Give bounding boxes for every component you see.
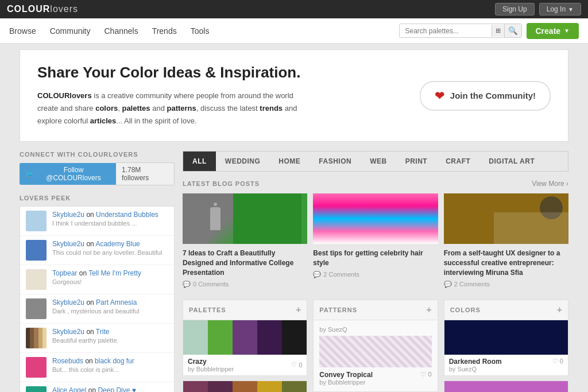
swatch — [208, 381, 233, 392]
lovers-peek-heading: LOVERS PEEK — [20, 195, 175, 201]
nav-channels[interactable]: Channels — [104, 26, 138, 36]
main-nav: Browse Community Channels Trends Tools ⊞… — [0, 18, 588, 44]
swatch — [183, 381, 208, 392]
peek-item-link[interactable]: Understand Bubbles — [96, 211, 158, 219]
patterns-add-button[interactable]: + — [426, 305, 431, 315]
peek-item-link[interactable]: black dog fur — [95, 357, 134, 365]
hero-text: Share Your Color Ideas & Inspiration. CO… — [37, 64, 313, 127]
heart-icon: ♡ — [291, 361, 297, 368]
tab-web[interactable]: WEB — [361, 152, 396, 171]
pattern-card[interactable]: by SuezQ Convey Tropical by Bubbletrippe… — [313, 320, 438, 392]
search-button[interactable]: 🔍 — [504, 24, 521, 37]
comment-icon: 💬 — [183, 281, 191, 288]
followers-count: 1.78M followers — [116, 162, 175, 185]
palette-info: Crazy by Bubbletripper ♡ 0 — [183, 355, 307, 375]
colors-column: COLORS + Darkened Room by SuezQ ♡ 0 — [444, 300, 568, 392]
blog-title-2: Best tips for getting celebrity hair sty… — [313, 249, 438, 268]
twitter-follow-button[interactable]: 🐦 Follow @COLOURlovers — [20, 163, 116, 185]
peek-text: Topbear on Tell Me I'm Pretty Gorgeous! — [52, 269, 141, 285]
page: Share Your Color Ideas & Inspiration. CO… — [13, 44, 575, 392]
blog-comments-1: 💬 0 Comments — [183, 281, 307, 288]
blog-card-2[interactable]: Best tips for getting celebrity hair sty… — [313, 193, 438, 288]
blog-comments-3: 💬 2 Comments — [444, 281, 568, 288]
color-card[interactable] — [444, 381, 568, 392]
tab-print[interactable]: PRINT — [396, 152, 437, 171]
list-item: Rosebuds on black dog fur But... this co… — [20, 353, 174, 382]
peek-subtitle: This could not be any lovelIer. Beautifu… — [52, 249, 162, 256]
pattern-preview — [319, 336, 431, 367]
color-info: Darkened Room by SuezQ ♡ 0 — [444, 355, 568, 375]
peek-subtitle: Dark , mysterious and beautiful — [52, 308, 140, 315]
tab-home[interactable]: HOME — [269, 152, 310, 171]
grid-view-button[interactable]: ⊞ — [492, 25, 504, 37]
hero-body: COLOURlovers is a creative community whe… — [37, 90, 313, 127]
peek-item-link[interactable]: Academy Blue — [95, 240, 140, 248]
signup-button[interactable]: Sign Up — [495, 3, 535, 15]
peek-user-link[interactable]: Skyblue2u — [52, 211, 84, 219]
articles-word: articles — [90, 117, 117, 125]
swatch — [183, 320, 208, 355]
colors-heading: COLORS — [450, 306, 481, 313]
twitter-bird-icon: 🐦 — [25, 170, 34, 178]
blog-section-header: LATEST BLOG POSTS View More › — [183, 180, 568, 188]
peek-title: Alice Angel on Deep Dive ♥ — [52, 386, 136, 392]
peek-item-link[interactable]: Deep Dive ♥ — [98, 386, 136, 392]
swatch — [282, 320, 307, 355]
tab-digital-art[interactable]: DIGITAL ART — [479, 152, 544, 171]
patterns-heading: PATTERNS — [319, 306, 357, 313]
peek-user-link[interactable]: Skyblue2u — [52, 240, 84, 248]
peek-color-thumb — [26, 298, 47, 319]
tab-craft[interactable]: CRAFT — [436, 152, 479, 171]
top-bar: COLOURlovers Sign Up Log In ▼ — [0, 0, 588, 18]
connect-heading: CONNECT WITH COLOURLOVERS — [20, 151, 175, 158]
hero-headline: Share Your Color Ideas & Inspiration. — [37, 64, 313, 81]
peek-user-link[interactable]: Topbear — [52, 269, 77, 277]
nav-tools[interactable]: Tools — [191, 26, 210, 36]
color-card[interactable]: Darkened Room by SuezQ ♡ 0 — [444, 320, 568, 376]
peek-item-link[interactable]: Trite — [96, 328, 110, 336]
join-button[interactable]: ❤ Join the Community! — [420, 81, 551, 111]
blog-card-1[interactable]: 7 Ideas to Craft a Beautifully Designed … — [183, 193, 307, 288]
search-input[interactable] — [400, 25, 492, 37]
create-button[interactable]: Create ▼ — [527, 23, 579, 39]
swatch — [233, 381, 257, 392]
peek-user-link[interactable]: Skyblue2u — [52, 298, 84, 306]
main-panel: ALL WEDDING HOME FASHION WEB PRINT CRAFT… — [183, 151, 568, 392]
peek-text: Skyblue2u on Understand Bubbles I think … — [52, 211, 158, 227]
tab-wedding[interactable]: WEDDING — [216, 152, 270, 171]
view-more-link[interactable]: View More › — [532, 180, 568, 188]
peek-user-link[interactable]: Rosebuds — [52, 357, 83, 365]
nav-community[interactable]: Community — [50, 26, 91, 36]
create-chevron-icon: ▼ — [564, 28, 570, 34]
list-item: Skyblue2u on Part Amnesia Dark , mysteri… — [20, 294, 174, 324]
lovers-peek: LOVERS PEEK Skyblue2u on Understand Bubb… — [20, 195, 175, 392]
tab-fashion[interactable]: FASHION — [310, 152, 361, 171]
palette-likes: ♡ 0 — [291, 361, 302, 368]
twitter-follow: 🐦 Follow @COLOURlovers 1.78M followers — [20, 162, 175, 185]
login-button[interactable]: Log In ▼ — [539, 3, 581, 15]
join-label: Join the Community! — [450, 91, 536, 100]
peek-list: Skyblue2u on Understand Bubbles I think … — [20, 206, 175, 392]
nav-trends[interactable]: Trends — [152, 26, 177, 36]
peek-item-link[interactable]: Part Amnesia — [96, 298, 137, 306]
peek-text: Rosebuds on black dog fur But... this co… — [52, 357, 134, 373]
peek-text: Skyblue2u on Trite Beautiful earthy pale… — [52, 328, 119, 344]
color-preview — [444, 381, 568, 392]
blog-card-3[interactable]: From a self-taught UX designer to a succ… — [444, 193, 568, 288]
peek-subtitle: But... this color is pink... — [52, 366, 134, 373]
palettes-column: PALETTES + Crazy — [183, 300, 307, 392]
comment-icon: 💬 — [444, 281, 452, 288]
peek-user-link[interactable]: Skyblue2u — [52, 328, 84, 336]
peek-title: Skyblue2u on Trite — [52, 328, 119, 336]
colors-add-button[interactable]: + — [557, 305, 562, 315]
palette-card[interactable] — [183, 381, 307, 392]
palette-card[interactable]: Crazy by Bubbletripper ♡ 0 — [183, 320, 307, 376]
nav-browse[interactable]: Browse — [9, 26, 36, 36]
palettes-add-button[interactable]: + — [296, 305, 301, 315]
tab-all[interactable]: ALL — [183, 152, 216, 171]
connect-section: CONNECT WITH COLOURLOVERS 🐦 Follow @COLO… — [20, 151, 175, 185]
peek-user-link[interactable]: Alice Angel — [52, 386, 86, 392]
search-box: ⊞ 🔍 — [399, 24, 522, 38]
color-preview — [444, 320, 568, 355]
peek-item-link[interactable]: Tell Me I'm Pretty — [88, 269, 141, 277]
